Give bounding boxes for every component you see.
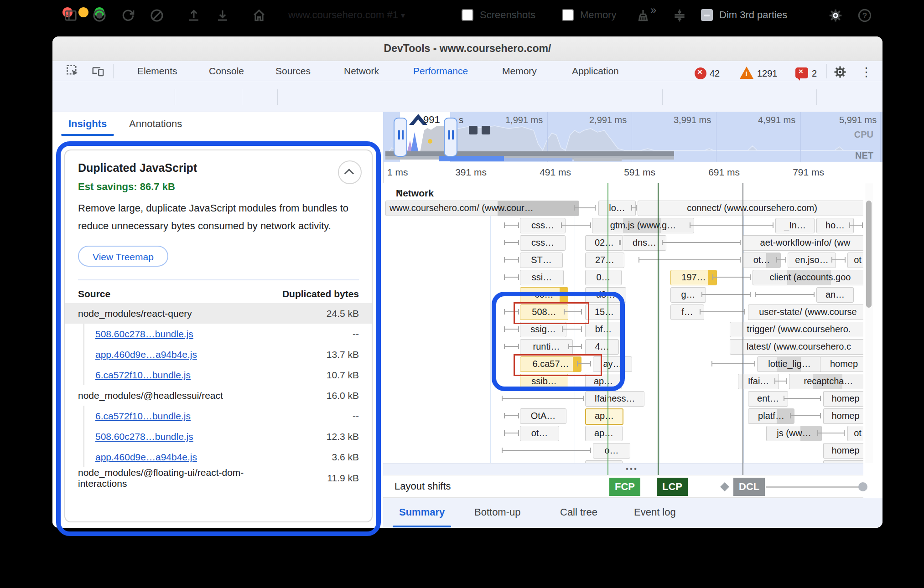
- issues-icon[interactable]: ×: [795, 67, 808, 78]
- collapsed-rows-band[interactable]: •••: [383, 463, 863, 475]
- tab-performance[interactable]: Performance: [410, 61, 471, 81]
- error-count[interactable]: 42: [710, 68, 720, 79]
- tab-memory[interactable]: Memory: [499, 61, 540, 81]
- console-errors-icon[interactable]: ×: [695, 67, 706, 79]
- network-request[interactable]: ap…: [585, 408, 623, 425]
- network-request[interactable]: homep: [823, 443, 863, 459]
- upload-profile-icon[interactable]: [185, 6, 203, 25]
- lcp-badge[interactable]: LCP: [657, 478, 688, 496]
- network-request[interactable]: www.coursehero.com/ (www.cour…: [385, 201, 579, 216]
- network-request[interactable]: 27…: [585, 253, 624, 268]
- inspect-element-icon[interactable]: [64, 62, 82, 80]
- network-request[interactable]: client (accounts.goo: [753, 270, 863, 285]
- network-request[interactable]: latest/ (www.coursehero.c: [730, 339, 863, 355]
- clear-icon[interactable]: [148, 6, 166, 25]
- selection-handle-right[interactable]: [444, 118, 457, 157]
- network-request[interactable]: ap…: [585, 426, 623, 441]
- network-request[interactable]: homep: [823, 391, 863, 407]
- dim-3rd-parties-checkbox[interactable]: [701, 9, 713, 21]
- history-dropdown[interactable]: www.coursehero.com #1 ▾: [288, 9, 405, 21]
- network-request[interactable]: en.jso…: [788, 253, 836, 268]
- network-request[interactable]: ot: [847, 426, 863, 441]
- ruler-tick-label: 1 ms: [387, 167, 408, 178]
- collapse-sanity-icon[interactable]: [670, 6, 689, 25]
- layout-shifts-track: Layout shifts FCPLCPDCL: [383, 475, 863, 498]
- ellipsis-icon: •••: [626, 464, 638, 474]
- sidebar-tab-annotations[interactable]: Annotations: [129, 112, 182, 136]
- warning-count[interactable]: 1291: [757, 68, 778, 79]
- network-request[interactable]: 197…: [670, 270, 717, 285]
- network-request[interactable]: f…: [670, 304, 704, 320]
- ruler-tick-label: 691 ms: [708, 167, 740, 178]
- details-tab-summary[interactable]: Summary: [399, 498, 445, 528]
- network-request[interactable]: homep: [823, 408, 863, 424]
- network-request[interactable]: connect/ (www.coursehero.com): [638, 201, 863, 216]
- issues-count[interactable]: 2: [812, 68, 817, 79]
- capture-settings-gear-icon[interactable]: [826, 6, 845, 25]
- network-request[interactable]: ST…: [520, 253, 563, 268]
- network-request[interactable]: 0…: [585, 270, 622, 285]
- tab-network[interactable]: Network: [341, 61, 382, 81]
- network-request[interactable]: Ifai…: [738, 374, 779, 389]
- download-profile-icon[interactable]: [213, 6, 232, 25]
- dcl-extent-line: [766, 486, 861, 488]
- screenshots-label[interactable]: Screenshots: [480, 9, 535, 21]
- network-request[interactable]: lo…: [598, 201, 636, 216]
- gc-brush-icon[interactable]: [634, 6, 652, 25]
- network-request[interactable]: ot…: [520, 426, 559, 441]
- settings-gear-icon[interactable]: [831, 63, 849, 81]
- network-request[interactable]: Ifainess…: [585, 391, 644, 407]
- network-request[interactable]: OtA…: [520, 408, 566, 424]
- reload-record-icon[interactable]: [119, 6, 137, 25]
- tab-elements[interactable]: Elements: [135, 61, 180, 81]
- network-request[interactable]: lottie_lig…: [757, 356, 822, 372]
- network-request[interactable]: 02…: [585, 235, 623, 251]
- network-request[interactable]: js (ww…: [766, 426, 822, 441]
- request-whisker: [849, 225, 863, 226]
- network-request[interactable]: css…: [520, 235, 566, 251]
- network-request[interactable]: user-state/ (www.course: [748, 304, 863, 320]
- details-tab-call-tree[interactable]: Call tree: [560, 498, 597, 528]
- network-request[interactable]: ot: [847, 253, 863, 268]
- network-request[interactable]: ent…: [748, 391, 788, 407]
- network-request[interactable]: o…: [593, 443, 630, 459]
- network-request[interactable]: an…: [816, 287, 854, 303]
- network-request[interactable]: _In…: [775, 218, 815, 233]
- scrollbar-thumb[interactable]: [866, 201, 872, 308]
- network-request[interactable]: g…: [670, 287, 706, 303]
- sidebar-tab-insights[interactable]: Insights: [68, 112, 107, 136]
- tab-console[interactable]: Console: [206, 61, 247, 81]
- network-request[interactable]: ho…: [816, 218, 854, 233]
- network-request[interactable]: css…: [520, 218, 566, 233]
- network-request[interactable]: recaptcha…: [789, 374, 863, 389]
- console-warnings-icon[interactable]: !: [740, 67, 753, 79]
- network-request[interactable]: aet-workflow-info/ (ww: [742, 235, 863, 251]
- selection-handle-left[interactable]: [394, 118, 407, 157]
- network-request[interactable]: dns…: [623, 235, 666, 251]
- details-tab-event-log[interactable]: Event log: [634, 498, 676, 528]
- help-icon[interactable]: ?: [856, 6, 874, 25]
- memory-label[interactable]: Memory: [580, 9, 616, 21]
- kebab-menu-icon[interactable]: ⋮: [860, 65, 872, 79]
- network-request[interactable]: trigger/ (www.coursehero.: [730, 322, 863, 337]
- tab-sources[interactable]: Sources: [273, 61, 313, 81]
- minimize-window-button[interactable]: [78, 7, 88, 17]
- device-toolbar-icon[interactable]: [89, 62, 107, 80]
- network-section-header[interactable]: ▼ Network: [383, 183, 863, 201]
- memory-checkbox[interactable]: [562, 9, 574, 21]
- record-icon[interactable]: [90, 6, 109, 25]
- home-icon[interactable]: [250, 6, 268, 25]
- timeline-minimap[interactable]: 1,991 ms2,991 ms3,991 ms4,991 ms5,991 ms…: [383, 112, 882, 162]
- network-request[interactable]: ot…: [742, 253, 781, 268]
- ruler-tick-label: 491 ms: [540, 167, 571, 178]
- network-request[interactable]: platf…: [748, 408, 794, 424]
- toggle-sidebar-icon[interactable]: [62, 6, 80, 25]
- network-request[interactable]: ssi…: [520, 270, 564, 285]
- screenshots-checkbox[interactable]: [462, 9, 473, 21]
- details-tab-bottom-up[interactable]: Bottom-up: [474, 498, 521, 528]
- fcp-badge[interactable]: FCP: [609, 478, 640, 496]
- minimap-tick-label: 4,991 ms: [758, 115, 795, 125]
- tab-application[interactable]: Application: [569, 61, 622, 81]
- network-request[interactable]: homep: [820, 356, 863, 372]
- dcl-badge[interactable]: DCL: [733, 478, 765, 496]
